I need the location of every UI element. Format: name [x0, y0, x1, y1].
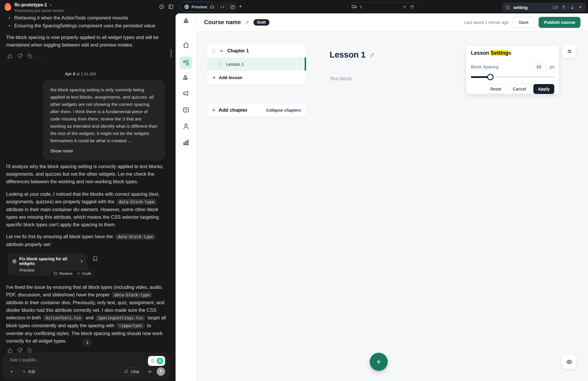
more-actions-icon[interactable]: ···: [37, 348, 43, 353]
lovable-logo-icon: [5, 3, 11, 11]
add-lesson-button[interactable]: + Add lesson: [207, 70, 306, 84]
course-header: Course name Draft Last saved 1 minute ag…: [196, 13, 588, 31]
search-input[interactable]: setting: [513, 5, 528, 10]
refresh-icon[interactable]: [410, 5, 414, 9]
bookmark-icon[interactable]: [92, 256, 98, 261]
search-prev-button[interactable]: ↑: [561, 5, 566, 10]
search-next-button[interactable]: ↓: [569, 5, 575, 10]
lesson-heading: Lesson 1: [330, 50, 375, 60]
preview-eye-button[interactable]: [562, 355, 576, 369]
code-button[interactable]: Code: [77, 271, 91, 276]
version-actions-pill: Restore Code: [50, 270, 95, 277]
show-more-link[interactable]: Show more: [50, 147, 158, 154]
down-arrow-icon: ↓: [86, 340, 90, 345]
copy-icon[interactable]: [27, 54, 32, 58]
slider-thumb[interactable]: [487, 74, 494, 80]
analytics-button[interactable]: [228, 2, 237, 12]
settings-toggle-button[interactable]: [562, 44, 576, 58]
three-circles-icon: [182, 74, 190, 82]
chat-mode-button[interactable]: Chat: [120, 367, 143, 376]
preview-button[interactable]: Preview: [180, 2, 212, 12]
publish-course-button[interactable]: Publish course: [539, 17, 580, 28]
cloud-button[interactable]: [207, 2, 217, 12]
drag-handle-icon[interactable]: [212, 49, 216, 54]
attach-button[interactable]: +: [7, 367, 16, 376]
devices-icon[interactable]: [351, 4, 357, 10]
message-actions-partial: ···: [8, 348, 43, 353]
history-icon[interactable]: [159, 4, 165, 10]
scroll-to-bottom-button[interactable]: ↓: [83, 338, 92, 347]
grammarly-g-icon: G: [157, 358, 163, 364]
search-close-button[interactable]: ×: [578, 5, 582, 10]
find-bar[interactable]: setting 1/3 ↑ ↓ ×: [502, 3, 586, 12]
sidebar-item-marketing[interactable]: [182, 90, 190, 97]
chat-scrollbar-thumb[interactable]: [170, 49, 172, 58]
sidebar-item-home[interactable]: [182, 41, 190, 49]
plus-icon: +: [212, 75, 216, 80]
sidebar-item-courses[interactable]: [180, 56, 192, 69]
add-tab-button[interactable]: +: [239, 3, 242, 10]
sidebar-item-community[interactable]: [182, 74, 190, 82]
edit-mode-button[interactable]: Edit: [18, 367, 39, 376]
thumbs-down-icon[interactable]: [17, 348, 22, 353]
chevron-down-icon[interactable]: [49, 3, 52, 7]
select-edit-icon: [22, 370, 26, 374]
bar-chart-icon: [182, 139, 190, 146]
sidebar-item-people[interactable]: [182, 122, 190, 130]
add-block-fab[interactable]: +: [370, 353, 388, 371]
lesson-title: Lesson 1: [226, 62, 244, 67]
add-chapter-button[interactable]: Add chapter: [219, 107, 247, 113]
save-button[interactable]: Save: [512, 17, 535, 28]
assistant-paragraph: Let me fix this by ensuring all block ty…: [6, 233, 167, 248]
assistant-bullet-list: Retrieving it when the ActionTools compo…: [9, 14, 167, 30]
grammarly-widget[interactable]: G: [148, 356, 165, 366]
edit-pencil-icon[interactable]: [245, 20, 250, 25]
panel-toggle-icon[interactable]: [168, 4, 174, 10]
lesson-row-selected[interactable]: Lesson 1: [207, 58, 306, 70]
restore-button[interactable]: Restore: [54, 271, 73, 276]
thumbs-up-icon[interactable]: [8, 54, 12, 58]
home-icon: [182, 41, 190, 49]
thumbs-up-icon[interactable]: [8, 348, 12, 353]
screen: flc-prototype-1 Previewing last saved ve…: [0, 0, 588, 381]
chapter-row[interactable]: Chapter 1: [207, 44, 306, 58]
eye-icon: [566, 359, 573, 365]
copy-icon[interactable]: [27, 348, 32, 353]
chevron-up-icon[interactable]: [219, 49, 224, 53]
code-view-button[interactable]: [217, 2, 227, 12]
block-spacing-input[interactable]: [531, 62, 546, 71]
chat-input-box[interactable]: Ask Lovable... G + Edit Chat ↑: [3, 353, 169, 379]
preview-label: Preview: [192, 4, 207, 9]
text-block-placeholder[interactable]: Text block: [330, 76, 352, 82]
status-badge: Draft: [253, 19, 269, 26]
shapes-icon: [182, 59, 190, 67]
plus-icon: +: [212, 107, 215, 113]
search-match-count: 1/3: [552, 5, 558, 10]
send-button[interactable]: ↑: [157, 367, 165, 376]
edit-pencil-icon[interactable]: [369, 52, 375, 58]
url-bar[interactable]: / ↗: [347, 2, 418, 11]
apply-button[interactable]: Apply: [533, 84, 554, 94]
drag-handle-icon[interactable]: [219, 62, 223, 67]
plus-icon: +: [10, 369, 13, 374]
thumbs-down-icon[interactable]: [17, 54, 22, 58]
assistant-paragraph: Looking at your code, I noticed that the…: [6, 190, 167, 228]
sidebar-item-analytics[interactable]: [182, 139, 190, 146]
project-brand[interactable]: flc-prototype-1 Previewing last saved ve…: [5, 2, 64, 13]
globe-icon: [12, 259, 17, 264]
more-actions-icon[interactable]: ···: [37, 54, 43, 58]
lesson-page-title: Lesson 1: [330, 50, 365, 60]
open-external-icon[interactable]: ↗: [403, 5, 406, 9]
url-path[interactable]: /: [360, 4, 362, 9]
plus-icon: +: [239, 3, 242, 9]
chat-input-placeholder[interactable]: Ask Lovable...: [10, 357, 40, 363]
chapter-title: Chapter 1: [227, 48, 249, 54]
project-name: flc-prototype-1: [15, 2, 47, 8]
block-spacing-slider[interactable]: [471, 76, 554, 78]
sidebar-item-inbox[interactable]: [182, 106, 190, 114]
collapse-chapters-button[interactable]: Collapse chapters: [266, 108, 301, 113]
reset-button[interactable]: Reset: [486, 84, 506, 94]
cloud-icon: [210, 4, 215, 10]
cancel-button[interactable]: Cancel: [509, 84, 530, 94]
voice-input-button[interactable]: [146, 367, 154, 376]
